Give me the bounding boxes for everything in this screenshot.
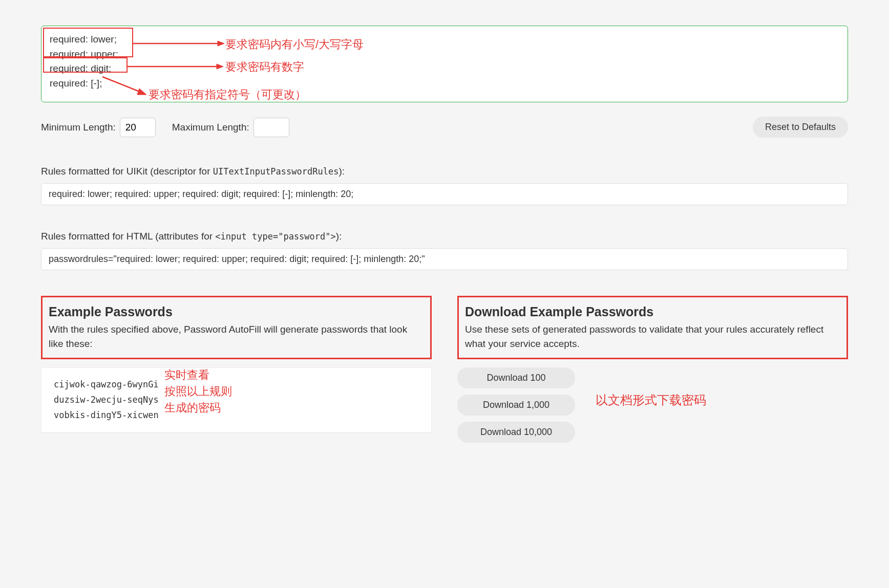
arrow-icon (127, 63, 224, 70)
download-column: Download Example Passwords Use these set… (457, 296, 848, 443)
uikit-label: Rules formatted for UIKit (descriptor fo… (41, 166, 848, 177)
max-length-label: Maximum Length: (172, 122, 249, 133)
uikit-output-field[interactable]: required: lower; required: upper; requir… (41, 183, 848, 205)
download-buttons-group: Download 100 Download 1,000 Download 10,… (457, 367, 575, 443)
arrow-icon (97, 74, 149, 97)
svg-marker-3 (217, 64, 223, 69)
download-100-button[interactable]: Download 100 (457, 367, 575, 388)
passwords-section: Example Passwords With the rules specifi… (41, 296, 848, 443)
examples-list-box: cijwok-qawzog-6wynGi duzsiw-2wecju-seqNy… (41, 367, 432, 432)
download-10000-button[interactable]: Download 10,000 (457, 422, 575, 443)
download-description: Use these sets of generated passwords to… (465, 322, 840, 351)
annotation-text: 要求密码有指定符号（可更改） (149, 87, 306, 102)
reset-button[interactable]: Reset to Defaults (753, 117, 848, 138)
highlight-box-lower-upper (43, 28, 133, 57)
max-length-input[interactable] (253, 118, 289, 137)
arrow-icon (133, 40, 225, 47)
annotation-text: 要求密码有数字 (225, 59, 304, 75)
example-password: vobkis-dingY5-xicwen (54, 408, 419, 423)
length-row: Minimum Length: Maximum Length: Reset to… (41, 117, 848, 138)
download-header-box: Download Example Passwords Use these set… (457, 296, 848, 359)
examples-header-box: Example Passwords With the rules specifi… (41, 296, 432, 359)
annotation-text: 要求密码内有小写/大写字母 (225, 37, 364, 52)
html-label: Rules formatted for HTML (attributes for… (41, 231, 848, 242)
highlight-box-digit (43, 57, 128, 73)
examples-description: With the rules specified above, Password… (49, 322, 424, 351)
min-length-label: Minimum Length: (41, 122, 116, 133)
download-title: Download Example Passwords (465, 304, 840, 319)
svg-marker-5 (137, 89, 146, 95)
download-1000-button[interactable]: Download 1,000 (457, 395, 575, 416)
rules-input-section: required: lower; required: upper; requir… (41, 26, 848, 102)
svg-line-4 (102, 77, 141, 92)
annotation-text: 实时查看 按照以上规则 生成的密码 (164, 367, 232, 416)
rules-line: required: upper; (50, 47, 839, 62)
annotation-text: 以文档形式下载密码 (596, 392, 706, 408)
examples-column: Example Passwords With the rules specifi… (41, 296, 432, 443)
min-length-input[interactable] (120, 118, 156, 137)
example-password: cijwok-qawzog-6wynGi (54, 377, 419, 393)
example-password: duzsiw-2wecju-seqNys (54, 393, 419, 408)
examples-title: Example Passwords (49, 304, 424, 319)
html-output-field[interactable]: passwordrules="required: lower; required… (41, 248, 848, 270)
svg-marker-1 (218, 41, 224, 46)
